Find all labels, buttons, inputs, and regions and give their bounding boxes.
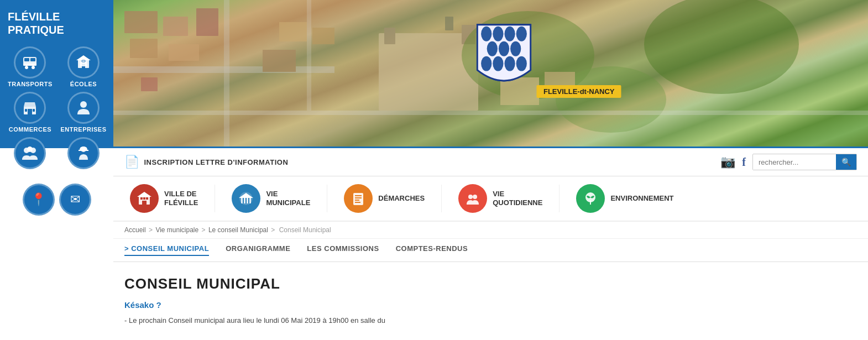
sidebar-item-commerces[interactable]: COMMERCES [6, 92, 55, 133]
svg-rect-2 [124, 11, 158, 33]
camera-icon[interactable]: 📷 [720, 155, 735, 169]
search-button[interactable]: 🔍 [836, 154, 856, 170]
page: FLEVILLE-dt-NANCY FLÉVILLEPRATIQUE [0, 0, 868, 340]
svg-rect-64 [245, 198, 247, 203]
svg-rect-46 [28, 109, 32, 114]
breadcrumb: Accueil > Vie municipale > Le conseil Mu… [113, 222, 868, 239]
svg-point-14 [644, 0, 799, 94]
svg-point-26 [516, 27, 527, 41]
svg-rect-21 [307, 0, 311, 111]
svg-rect-9 [384, 28, 395, 44]
topbar: 📄 INSCRIPTION LETTRE D'INFORMATION 📷 f 🔍 [113, 148, 868, 176]
svg-rect-65 [248, 198, 249, 203]
breadcrumb-vie-municipale[interactable]: Vie municipale [155, 226, 198, 234]
person-icon [67, 92, 100, 124]
breadcrumb-sep1: > [149, 226, 154, 234]
svg-marker-59 [137, 192, 151, 197]
svg-rect-4 [196, 8, 218, 36]
svg-rect-67 [355, 195, 362, 196]
content-subtitle: Késako ? [124, 300, 857, 310]
svg-point-31 [493, 56, 503, 71]
svg-marker-41 [76, 55, 91, 60]
svg-rect-36 [30, 58, 35, 61]
svg-rect-63 [243, 198, 244, 203]
svg-rect-1 [224, 0, 229, 147]
demarches-icon [344, 184, 373, 213]
document-icon: 📄 [124, 155, 140, 169]
svg-rect-8 [379, 33, 478, 111]
svg-rect-3 [163, 17, 188, 36]
svg-rect-17 [263, 50, 296, 72]
svg-point-38 [25, 66, 28, 69]
svg-point-52 [27, 147, 33, 152]
svg-point-27 [487, 41, 498, 56]
svg-rect-69 [355, 200, 359, 201]
sub-nav-commissions[interactable]: LES COMMISSIONS [307, 244, 379, 256]
demarches-label: DÉMARCHES [378, 194, 425, 203]
search-box: 🔍 [752, 154, 857, 170]
entreprises-label: ENTREPRISES [60, 126, 106, 133]
vie-quotidienne-label: VIEQUOTIDIENNE [493, 190, 542, 207]
newsletter-text[interactable]: INSCRIPTION LETTRE D'INFORMATION [144, 158, 289, 166]
shield-container: FLEVILLE-dt-NANCY [474, 22, 621, 98]
svg-point-33 [516, 56, 527, 71]
nav-item-ville[interactable]: VILLE DEFLÉVILLE [124, 184, 203, 213]
shop-icon [14, 92, 46, 124]
nav-item-vie-municipale[interactable]: VIEMUNICIPALE [226, 184, 316, 213]
school-icon [67, 46, 100, 79]
coat-of-arms [474, 22, 535, 94]
svg-rect-66 [353, 193, 363, 205]
page-bottom: 📄 INSCRIPTION LETTRE D'INFORMATION 📷 f 🔍 [0, 147, 868, 340]
page-top: FLEVILLE-dt-NANCY FLÉVILLEPRATIQUE [0, 0, 868, 147]
svg-point-29 [510, 41, 521, 56]
sidebar-item-ecoles[interactable]: ÉCOLES [59, 46, 108, 87]
nav-item-demarches[interactable]: DÉMARCHES [338, 184, 430, 213]
ecoles-label: ÉCOLES [70, 81, 97, 87]
search-input[interactable] [753, 155, 836, 170]
svg-rect-56 [143, 197, 145, 200]
sidebar: FLÉVILLEPRATIQUE TRANSPORT [0, 0, 113, 147]
sidebar-item-travaux[interactable]: TRAVAUX [59, 137, 108, 178]
transports-label: TRANSPORTS [8, 81, 53, 87]
svg-point-32 [504, 56, 515, 71]
group-icon [14, 137, 46, 169]
svg-rect-5 [130, 39, 158, 58]
nav-item-vie-quotidienne[interactable]: VIEQUOTIDIENNE [453, 184, 548, 213]
topbar-left: 📄 INSCRIPTION LETTRE D'INFORMATION [124, 155, 288, 169]
svg-point-23 [481, 27, 491, 41]
svg-rect-68 [355, 197, 362, 198]
sidebar-item-associations[interactable]: ASSOCIATIONS [6, 137, 55, 178]
svg-rect-70 [355, 202, 360, 203]
main-content: 📄 INSCRIPTION LETTRE D'INFORMATION 📷 f 🔍 [113, 148, 868, 340]
vie-quotidienne-icon [458, 184, 487, 213]
mail-icon[interactable]: ✉ [59, 184, 91, 216]
breadcrumb-current: Conseil Municipal [279, 226, 331, 234]
svg-point-28 [499, 41, 509, 56]
location-icon[interactable]: 📍 [23, 184, 55, 216]
sidebar-item-entreprises[interactable]: ENTREPRISES [59, 92, 108, 133]
topbar-right: 📷 f 🔍 [720, 154, 857, 170]
sidebar-title: FLÉVILLEPRATIQUE [6, 10, 108, 36]
sidebar-item-transports[interactable]: TRANSPORTS [6, 46, 55, 87]
sub-nav-organigramme[interactable]: ORGANIGRAMME [226, 244, 290, 256]
breadcrumb-sep3: > [271, 226, 276, 234]
facebook-icon[interactable]: f [742, 156, 746, 169]
breadcrumb-conseil[interactable]: Le conseil Municipal [208, 226, 268, 234]
svg-rect-48 [33, 109, 35, 112]
content-body: - Le prochain Conseil municipal aura lie… [124, 315, 857, 327]
svg-rect-35 [24, 58, 29, 61]
svg-rect-57 [146, 197, 148, 200]
sub-nav-conseil-municipal[interactable]: > CONSEIL MUNICIPAL [124, 244, 209, 256]
svg-point-71 [468, 195, 473, 199]
svg-rect-6 [169, 44, 199, 61]
nav-menu: VILLE DEFLÉVILLE [113, 176, 868, 222]
sub-nav-comptes-rendus[interactable]: COMPTES-RENDUS [396, 244, 468, 256]
svg-rect-15 [279, 22, 307, 41]
svg-rect-16 [312, 28, 334, 44]
nav-item-environnement[interactable]: ENVIRONNEMENT [571, 184, 679, 213]
svg-point-30 [481, 56, 491, 71]
breadcrumb-accueil[interactable]: Accueil [124, 226, 146, 234]
svg-rect-58 [142, 201, 147, 205]
environnement-label: ENVIRONNEMENT [610, 194, 673, 203]
page-title: CONSEIL MUNICIPAL [124, 275, 857, 292]
